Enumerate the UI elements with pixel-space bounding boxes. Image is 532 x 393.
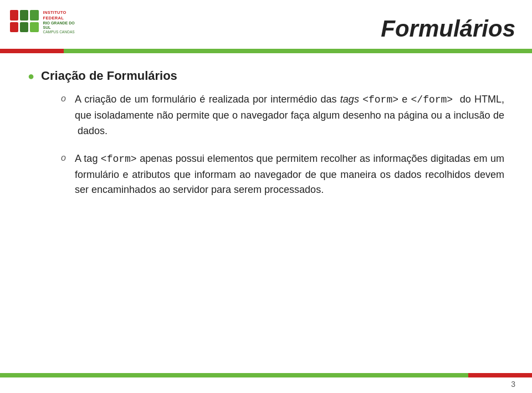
sub-bullets: o A criação de um formulário é realizada…	[28, 92, 504, 198]
header-bar-red	[0, 49, 64, 53]
page-number: 3	[511, 380, 515, 389]
sub-bullet-1: o A criação de um formulário é realizada…	[61, 92, 504, 139]
header-bar-green	[64, 49, 532, 53]
sub-bullet-2: o A tag <form> apenas possui elementos q…	[61, 151, 504, 198]
main-bullet: ● Criação de Formulários	[28, 69, 504, 83]
bottom-bar-red	[468, 373, 532, 377]
logo-sq-2	[20, 10, 28, 21]
header: INSTITUTO FEDERAL RIO GRANDE DO SUL Camp…	[0, 0, 532, 42]
sub-bullet-1-marker: o	[61, 94, 66, 104]
logo-institute-line2: RIO GRANDE DO SUL	[43, 21, 82, 30]
logo-campus: Campus Canoas	[43, 30, 82, 34]
logo: INSTITUTO FEDERAL RIO GRANDE DO SUL Camp…	[10, 10, 82, 34]
bottom-bar	[0, 373, 532, 377]
logo-sq-1	[10, 10, 18, 21]
sub-bullet-1-text: A criação de um formulário é realizada p…	[75, 92, 504, 139]
sub-bullet-2-text: A tag <form> apenas possui elementos que…	[75, 151, 504, 198]
code-tag-form-close: </form>	[411, 94, 453, 105]
logo-sq-6	[30, 22, 38, 33]
logo-sq-3	[30, 10, 38, 21]
sub-bullet-2-marker: o	[61, 153, 66, 163]
logo-sq-5	[20, 22, 28, 33]
code-tag-form-2: <form>	[101, 154, 137, 165]
header-bar	[0, 49, 532, 53]
logo-squares	[10, 10, 39, 32]
logo-institute-line1: INSTITUTO FEDERAL	[43, 10, 82, 21]
main-bullet-text: Criação de Formulários	[41, 69, 177, 83]
logo-text: INSTITUTO FEDERAL RIO GRANDE DO SUL Camp…	[43, 10, 82, 34]
content: ● Criação de Formulários o A criação de …	[0, 53, 532, 221]
logo-sq-4	[10, 22, 18, 33]
bottom-bar-green	[0, 373, 468, 377]
bullet-icon: ●	[28, 70, 34, 83]
code-tag-form-open: <form>	[362, 94, 398, 105]
page-title: Formulários	[381, 16, 515, 42]
